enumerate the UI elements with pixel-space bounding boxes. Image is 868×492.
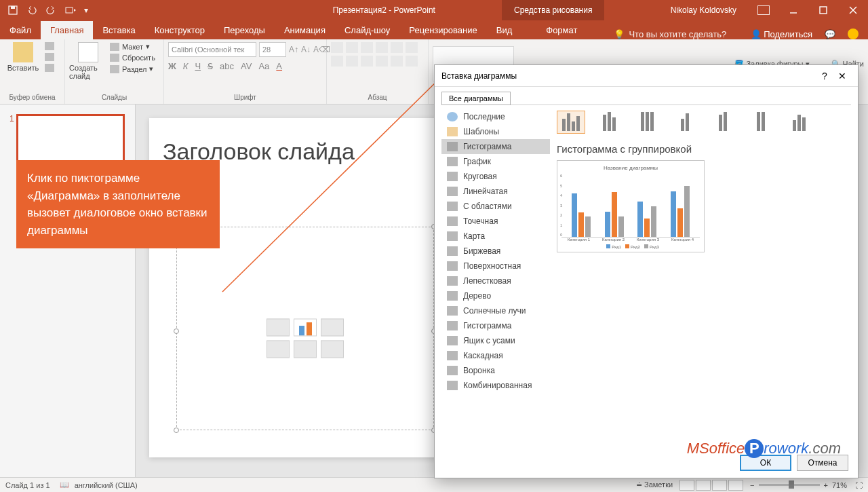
minimize-icon[interactable] bbox=[778, 0, 808, 20]
char-spacing-button[interactable]: AV bbox=[241, 61, 252, 71]
tab-home[interactable]: Главная bbox=[41, 21, 93, 39]
subtype-100-stacked-column[interactable] bbox=[633, 111, 661, 134]
tab-insert[interactable]: Вставка bbox=[93, 21, 144, 39]
cat-templates[interactable]: Шаблоны bbox=[441, 124, 550, 139]
bullets-button[interactable] bbox=[331, 42, 343, 53]
subtype-3d-100[interactable] bbox=[747, 111, 775, 134]
cat-treemap[interactable]: Дерево bbox=[441, 288, 550, 303]
spell-check-icon[interactable]: 📖 bbox=[60, 480, 69, 489]
tab-design[interactable]: Конструктор bbox=[145, 21, 214, 39]
align-right-button[interactable] bbox=[361, 56, 373, 67]
cat-bar[interactable]: Линейчатая bbox=[441, 184, 550, 199]
case-button[interactable]: Aa bbox=[258, 61, 269, 71]
justify-button[interactable] bbox=[376, 56, 388, 67]
tab-all-charts[interactable]: Все диаграммы bbox=[441, 92, 511, 105]
tab-animations[interactable]: Анимация bbox=[275, 21, 335, 39]
font-name-input[interactable] bbox=[168, 42, 256, 57]
tab-review[interactable]: Рецензирование bbox=[399, 21, 486, 39]
resize-handle[interactable] bbox=[174, 428, 179, 433]
subtype-3d-column[interactable] bbox=[785, 111, 813, 134]
bold-button[interactable]: Ж bbox=[168, 61, 176, 71]
qat-dropdown-icon[interactable]: ▾ bbox=[84, 5, 90, 15]
line-spacing-button[interactable] bbox=[391, 42, 403, 53]
insert-smartart-icon[interactable] bbox=[321, 319, 344, 337]
insert-chart-icon[interactable] bbox=[294, 319, 317, 337]
italic-button[interactable]: К bbox=[183, 61, 189, 71]
align-left-button[interactable] bbox=[331, 56, 343, 67]
cat-recent[interactable]: Последние bbox=[441, 109, 550, 124]
zoom-percent[interactable]: 71% bbox=[832, 481, 847, 489]
subtype-3d-clustered[interactable] bbox=[671, 111, 699, 134]
format-painter-button[interactable] bbox=[45, 64, 54, 72]
tab-slideshow[interactable]: Слайд-шоу bbox=[335, 21, 399, 39]
cat-stock[interactable]: Биржевая bbox=[441, 244, 550, 259]
zoom-out-button[interactable]: − bbox=[750, 481, 754, 489]
insert-table-icon[interactable] bbox=[267, 319, 290, 337]
subtype-clustered-column[interactable] bbox=[557, 111, 585, 134]
slide-counter[interactable]: Слайд 1 из 1 bbox=[5, 481, 50, 489]
fit-to-window-icon[interactable]: ⛶ bbox=[855, 481, 863, 489]
cat-radar[interactable]: Лепестковая bbox=[441, 273, 550, 288]
share-button[interactable]: 👤 Поделиться bbox=[751, 29, 812, 39]
notes-button[interactable]: ≐ Заметки bbox=[636, 480, 673, 489]
decrease-font-icon[interactable]: A↓ bbox=[301, 45, 311, 54]
slide-sorter-view-icon[interactable] bbox=[696, 480, 711, 491]
cat-funnel[interactable]: Воронка bbox=[441, 363, 550, 378]
indent-left-button[interactable] bbox=[361, 42, 373, 53]
chart-preview[interactable]: Название диаграммы 6543210 Категория 1Ка… bbox=[557, 160, 705, 252]
numbering-button[interactable] bbox=[346, 42, 358, 53]
comments-icon[interactable]: 💬 bbox=[825, 29, 835, 39]
align-text-button[interactable] bbox=[406, 56, 418, 67]
resize-handle[interactable] bbox=[174, 328, 179, 334]
cat-boxwhisker[interactable]: Ящик с усами bbox=[441, 333, 550, 348]
slideshow-view-icon[interactable] bbox=[728, 480, 743, 491]
font-size-input[interactable] bbox=[259, 42, 286, 57]
cat-histogram[interactable]: Гистограмма bbox=[441, 318, 550, 333]
tab-file[interactable]: Файл bbox=[0, 21, 41, 39]
normal-view-icon[interactable] bbox=[679, 480, 694, 491]
subtype-stacked-column[interactable] bbox=[595, 111, 623, 134]
close-icon[interactable]: ✕ bbox=[833, 71, 851, 81]
tab-view[interactable]: Вид bbox=[487, 21, 522, 39]
shadow-button[interactable]: abc bbox=[220, 61, 234, 71]
subtype-3d-stacked[interactable] bbox=[709, 111, 737, 134]
reset-button[interactable]: Сбросить bbox=[110, 54, 155, 62]
copy-button[interactable] bbox=[45, 53, 54, 61]
close-icon[interactable] bbox=[838, 0, 868, 20]
cat-map[interactable]: Карта bbox=[441, 229, 550, 244]
undo-icon[interactable] bbox=[27, 5, 37, 15]
zoom-slider[interactable] bbox=[759, 484, 820, 486]
start-from-beginning-icon[interactable] bbox=[65, 5, 75, 15]
insert-picture-icon[interactable] bbox=[267, 341, 290, 358]
ribbon-display-icon[interactable] bbox=[749, 0, 778, 20]
cat-area[interactable]: С областями bbox=[441, 199, 550, 214]
strikethrough-button[interactable]: S̶ bbox=[208, 61, 213, 71]
increase-font-icon[interactable]: A↑ bbox=[289, 45, 298, 54]
save-icon[interactable] bbox=[8, 5, 18, 15]
section-button[interactable]: Раздел ▾ bbox=[110, 64, 155, 73]
user-name[interactable]: Nikolay Koldovsky bbox=[671, 5, 736, 15]
font-color-button[interactable]: A bbox=[276, 61, 282, 71]
cat-pie[interactable]: Круговая bbox=[441, 169, 550, 184]
insert-online-picture-icon[interactable] bbox=[294, 341, 317, 358]
redo-icon[interactable] bbox=[46, 5, 56, 15]
layout-button[interactable]: Макет ▾ bbox=[110, 42, 155, 51]
underline-button[interactable]: Ч bbox=[195, 61, 201, 71]
zoom-in-button[interactable]: + bbox=[824, 481, 828, 489]
align-center-button[interactable] bbox=[346, 56, 358, 67]
cat-waterfall[interactable]: Каскадная bbox=[441, 348, 550, 363]
cat-sunburst[interactable]: Солнечные лучи bbox=[441, 303, 550, 318]
insert-video-icon[interactable] bbox=[321, 341, 344, 358]
cat-scatter[interactable]: Точечная bbox=[441, 214, 550, 229]
cat-line[interactable]: График bbox=[441, 154, 550, 169]
indent-right-button[interactable] bbox=[376, 42, 388, 53]
help-icon[interactable]: ? bbox=[816, 71, 833, 81]
text-direction-button[interactable] bbox=[406, 42, 418, 53]
tab-transitions[interactable]: Переходы bbox=[214, 21, 275, 39]
columns-button[interactable] bbox=[391, 56, 403, 67]
maximize-icon[interactable] bbox=[808, 0, 838, 20]
cat-column[interactable]: Гистограмма bbox=[441, 139, 550, 154]
language-status[interactable]: английский (США) bbox=[75, 481, 138, 489]
tell-me-search[interactable]: 💡 Что вы хотите сделать? bbox=[614, 29, 726, 39]
cat-surface[interactable]: Поверхностная bbox=[441, 259, 550, 273]
